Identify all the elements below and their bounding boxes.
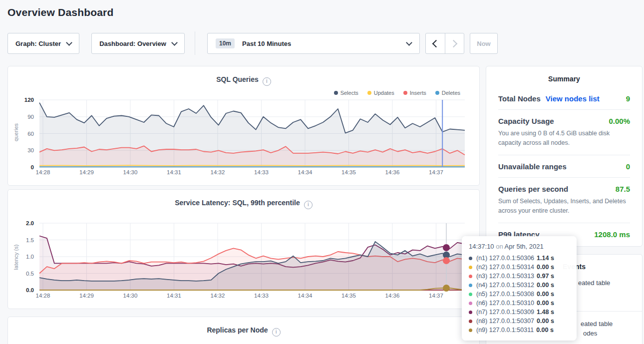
unavailable-ranges-label: Unavailable ranges xyxy=(498,162,567,171)
sql-queries-panel: SQL Queriesi SelectsUpdatesInsertsDelete… xyxy=(7,66,480,186)
dashboard-dropdown[interactable]: Dashboard: Overview xyxy=(91,33,185,54)
svg-text:14:32: 14:32 xyxy=(211,293,225,299)
svg-text:90: 90 xyxy=(27,114,34,120)
svg-text:14:28: 14:28 xyxy=(36,293,50,299)
tooltip-node-row: (n3) 127.0.0.1:503130.97 s xyxy=(469,272,570,281)
service-latency-panel: Service Latency: SQL, 99th percentilei l… xyxy=(7,189,480,309)
dashboard-label: Dashboard: Overview xyxy=(99,40,166,47)
series-dot-icon xyxy=(469,284,472,287)
tooltip-node-row: (n9) 127.0.0.1:503110.00 s xyxy=(469,326,570,335)
chevron-right-icon xyxy=(449,39,457,47)
tooltip-timestamp: 14:37:10 on Apr 5th, 2021 xyxy=(469,243,570,250)
chevron-left-icon xyxy=(432,39,440,47)
svg-text:1.5: 1.5 xyxy=(26,237,34,243)
svg-text:14:33: 14:33 xyxy=(254,293,269,299)
tooltip-node-row: (n4) 127.0.0.1:503120.00 s xyxy=(469,281,570,290)
capacity-usage-caption: You are using 0 B of 4.5 GiB usable disk… xyxy=(498,129,630,148)
time-range-selector[interactable]: 10m Past 10 Minutes xyxy=(207,33,420,54)
svg-text:14:28: 14:28 xyxy=(36,169,50,175)
chart-hover-tooltip: 14:37:10 on Apr 5th, 2021 (n1) 127.0.0.1… xyxy=(462,236,577,341)
total-nodes-label: Total Nodes xyxy=(498,94,541,103)
svg-text:0: 0 xyxy=(31,164,34,170)
series-dot-icon xyxy=(469,293,472,296)
svg-text:0.0: 0.0 xyxy=(26,287,34,293)
graph-scope-dropdown[interactable]: Graph: Cluster xyxy=(7,33,79,54)
svg-text:14:36: 14:36 xyxy=(385,293,400,299)
tooltip-node-row: (n1) 127.0.0.1:503061.14 s xyxy=(469,254,570,263)
time-nav-group xyxy=(425,33,464,54)
svg-text:14:29: 14:29 xyxy=(79,293,94,299)
time-next-button[interactable] xyxy=(445,33,464,53)
svg-text:14:33: 14:33 xyxy=(254,169,269,175)
svg-text:30: 30 xyxy=(27,147,34,153)
series-dot-icon xyxy=(469,311,472,314)
svg-text:14:35: 14:35 xyxy=(341,293,356,299)
tooltip-node-row: (n8) 127.0.0.1:503070.00 s xyxy=(469,317,570,326)
chevron-down-icon xyxy=(171,39,178,46)
summary-row-qps: Queries per second 87.5 Sum of Selects, … xyxy=(498,177,630,223)
series-dot-icon xyxy=(469,275,472,278)
summary-row-capacity: Capacity Usage 0.00% You are using 0 B o… xyxy=(498,109,630,155)
summary-row-total-nodes: Total Nodes View nodes list 9 xyxy=(498,87,630,109)
sql-queries-chart[interactable]: 14:2814:2914:3014:3114:3214:3314:3414:35… xyxy=(8,66,480,186)
tooltip-node-row: (n6) 127.0.0.1:503100.00 s xyxy=(469,299,570,308)
page-title: Overview Dashboard xyxy=(7,6,114,18)
svg-text:14:32: 14:32 xyxy=(211,169,225,175)
svg-text:14:36: 14:36 xyxy=(385,169,400,175)
svg-text:14:37: 14:37 xyxy=(429,293,443,299)
capacity-usage-value: 0.00% xyxy=(609,117,630,125)
tooltip-node-row: (n7) 127.0.0.1:503091.48 s xyxy=(469,308,570,317)
svg-text:1.0: 1.0 xyxy=(26,254,34,260)
series-dot-icon xyxy=(469,329,472,332)
series-dot-icon xyxy=(469,320,472,323)
series-dot-icon xyxy=(469,257,472,260)
chevron-down-icon xyxy=(406,39,412,46)
summary-heading: Summary xyxy=(498,66,630,87)
svg-text:14:35: 14:35 xyxy=(341,169,356,175)
graph-scope-label: Graph: Cluster xyxy=(15,40,61,47)
svg-text:14:34: 14:34 xyxy=(298,169,313,175)
svg-text:2.0: 2.0 xyxy=(26,220,34,226)
capacity-usage-label: Capacity Usage xyxy=(498,117,554,125)
series-dot-icon xyxy=(469,266,472,269)
time-prev-button[interactable] xyxy=(426,33,445,53)
svg-text:0.5: 0.5 xyxy=(26,271,34,277)
chevron-down-icon xyxy=(66,39,72,46)
svg-text:14:30: 14:30 xyxy=(123,169,138,175)
service-latency-chart[interactable]: 14:2814:2914:3014:3114:3214:3314:3414:35… xyxy=(8,190,480,309)
svg-text:14:37: 14:37 xyxy=(429,169,443,175)
svg-text:14:31: 14:31 xyxy=(167,293,181,299)
series-dot-icon xyxy=(469,302,472,305)
qps-label: Queries per second xyxy=(498,185,568,193)
time-range-badge: 10m xyxy=(216,38,235,48)
svg-text:60: 60 xyxy=(27,131,34,137)
toolbar-divider xyxy=(195,31,195,55)
svg-text:14:30: 14:30 xyxy=(123,293,138,299)
tooltip-node-row: (n2) 127.0.0.1:503140.00 s xyxy=(469,263,570,272)
summary-row-unavailable-ranges: Unavailable ranges 0 xyxy=(498,155,630,177)
chart-title: Replicas per Nodei xyxy=(8,326,479,337)
svg-text:14:31: 14:31 xyxy=(167,169,181,175)
svg-text:14:34: 14:34 xyxy=(298,293,313,299)
qps-value: 87.5 xyxy=(616,185,630,193)
unavailable-ranges-value: 0 xyxy=(626,162,630,171)
qps-caption: Sum of Selects, Updates, Inserts, and De… xyxy=(498,197,630,216)
now-button[interactable]: Now xyxy=(470,33,498,54)
time-range-label: Past 10 Minutes xyxy=(242,40,291,47)
summary-panel: Summary Total Nodes View nodes list 9 Ca… xyxy=(486,66,643,247)
info-icon[interactable]: i xyxy=(272,328,281,337)
tooltip-node-row: (n5) 127.0.0.1:503080.00 s xyxy=(469,290,570,299)
total-nodes-value: 9 xyxy=(626,94,630,103)
p99-latency-value: 1208.0 ms xyxy=(594,230,630,239)
svg-text:120: 120 xyxy=(24,97,34,103)
view-nodes-list-link[interactable]: View nodes list xyxy=(546,94,600,103)
chart-title-text: Replicas per Node xyxy=(207,326,268,334)
svg-text:14:29: 14:29 xyxy=(79,169,94,175)
replicas-per-node-panel: Replicas per Nodei xyxy=(7,317,480,344)
